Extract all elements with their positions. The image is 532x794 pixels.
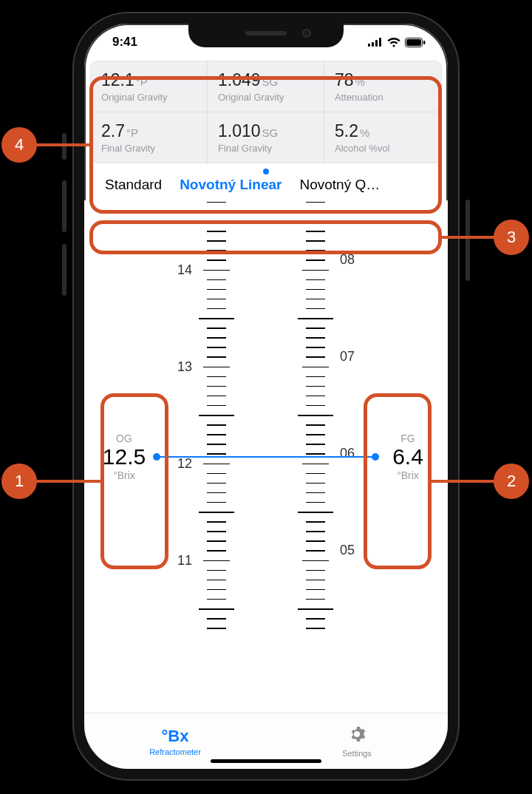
stat-abv: 5.2% Alcohol %vol [324, 112, 441, 163]
svg-rect-2 [375, 40, 378, 47]
fg-reading-value: 6.4 [378, 444, 437, 469]
annotation-badge-2: 2 [494, 464, 529, 499]
og-reading-box[interactable]: OG 12.5 °Brix [95, 432, 154, 481]
stat-fg-plato: 2.7°P Final Gravity [91, 112, 208, 163]
og-reading-value: 12.5 [95, 444, 154, 469]
fg-reading-unit: °Brix [378, 469, 437, 481]
scale-label: 11 [177, 552, 192, 568]
page-indicator-dot [263, 169, 269, 174]
scale-label: 07 [340, 349, 355, 364]
svg-rect-3 [379, 38, 381, 47]
formula-option-novotny-q[interactable]: Novotný Q… [299, 177, 380, 193]
tab-settings[interactable]: Settings [266, 725, 448, 758]
scale-label: 08 [340, 252, 355, 268]
home-indicator[interactable] [211, 759, 321, 763]
status-bar: 9:41 [84, 24, 448, 58]
formula-picker[interactable]: Standard Novotný Linear Novotný Q… [90, 172, 442, 200]
wifi-icon [387, 38, 400, 47]
annotation-badge-3: 3 [494, 220, 529, 255]
status-time: 9:41 [112, 35, 137, 50]
stat-og-sg: 1.049SG Original Gravity [208, 61, 324, 112]
annotation-badge-4: 4 [1, 127, 37, 163]
annotation-line-1 [35, 480, 100, 483]
phone-silent-switch [62, 133, 66, 160]
fg-reading-box[interactable]: FG 6.4 °Brix [378, 432, 437, 481]
svg-rect-0 [368, 44, 370, 47]
fg-reading-tag: FG [378, 432, 437, 444]
phone-frame: 9:41 12.1°P Original Gravity 1.049SG Ori… [74, 13, 458, 779]
og-reading-tag: OG [95, 432, 154, 444]
refractometer-scale[interactable]: 1413121108070605 OG 12.5 °Brix FG 6.4 °B… [84, 200, 448, 713]
scale-label: 05 [340, 543, 355, 558]
scale-label: 06 [340, 446, 355, 461]
annotation-line-3 [442, 236, 497, 239]
phone-volume-down [62, 244, 66, 296]
gear-icon [266, 725, 448, 747]
cell-signal-icon [368, 38, 383, 47]
phone-volume-up [62, 180, 66, 232]
svg-rect-6 [423, 41, 425, 44]
indicator-line [157, 456, 375, 458]
annotation-badge-1: 1 [1, 464, 37, 499]
scale-label: 14 [177, 262, 192, 277]
scale-label: 12 [177, 455, 192, 471]
stat-og-plato: 12.1°P Original Gravity [91, 61, 208, 112]
svg-rect-1 [372, 42, 374, 47]
svg-rect-5 [406, 39, 421, 46]
formula-option-standard[interactable]: Standard [105, 177, 162, 193]
results-panel: 12.1°P Original Gravity 1.049SG Original… [90, 61, 442, 163]
screen: 9:41 12.1°P Original Gravity 1.049SG Ori… [84, 24, 448, 769]
formula-option-novotny-linear[interactable]: Novotný Linear [180, 177, 282, 193]
status-indicators [368, 38, 426, 47]
tab-refractometer[interactable]: °Bx Refractometer [84, 727, 266, 756]
og-reading-unit: °Brix [95, 469, 154, 481]
bx-icon: °Bx [84, 727, 266, 746]
battery-icon [405, 38, 426, 47]
phone-power-button [466, 200, 470, 281]
annotation-line-2 [432, 480, 497, 483]
scale-label: 13 [177, 359, 192, 374]
stat-attenuation: 78% Attenuation [324, 61, 441, 112]
annotation-line-4 [35, 143, 89, 146]
stat-fg-sg: 1.010SG Final Gravity [208, 112, 324, 163]
